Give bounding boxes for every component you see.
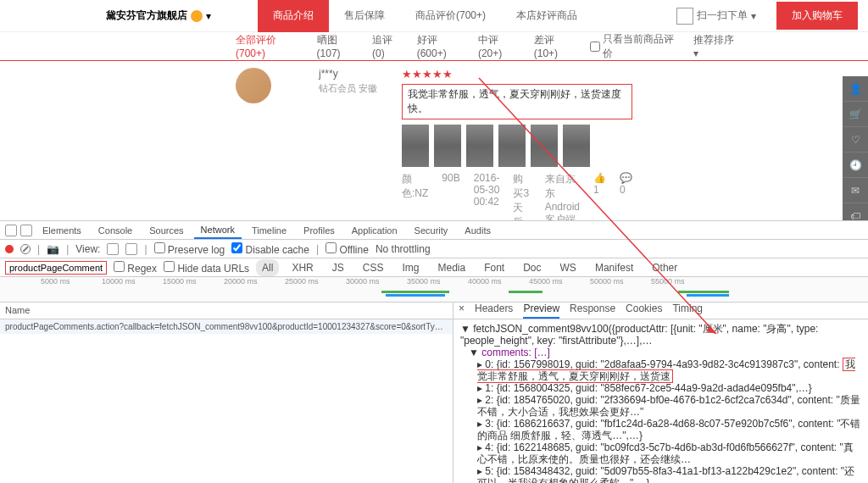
only-current-checkbox[interactable]: 只看当前商品评价 [590, 32, 682, 61]
disable-cache-checkbox[interactable]: Disable cache [231, 242, 309, 256]
tab-intro[interactable]: 商品介绍 [258, 0, 329, 32]
column-header[interactable]: Name [0, 303, 453, 319]
type-other[interactable]: Other [646, 259, 683, 276]
type-ws[interactable]: WS [554, 259, 582, 276]
type-js[interactable]: JS [326, 259, 350, 276]
thumb[interactable] [563, 125, 590, 167]
history-icon[interactable]: 🕘 [843, 153, 868, 178]
shop-badge-icon [191, 10, 203, 22]
shop-header: 黛安芬官方旗舰店 ▾ 商品介绍 售后保障 商品评价(700+) 本店好评商品 扫… [0, 0, 868, 32]
tab-console[interactable]: Console [92, 223, 139, 238]
type-xhr[interactable]: XHR [286, 259, 319, 276]
qr-icon [676, 8, 693, 25]
chevron-down-icon: ▾ [206, 10, 211, 22]
review-text: 我觉非常舒服，透气，夏天穿刚刚好，送货速度快。 [402, 84, 632, 119]
network-toolbar: | 📷 | View: | Preserve log Disable cache… [0, 240, 868, 258]
filter-followup[interactable]: 追评(0) [372, 33, 404, 59]
scan-label: 扫一扫下单 [697, 8, 748, 23]
review-thumbs [402, 125, 632, 167]
shop-name[interactable]: 黛安芬官方旗舰店 ▾ [106, 8, 211, 23]
heart-icon[interactable]: ♡ [843, 127, 868, 153]
throttle-select[interactable]: No throttling [376, 243, 431, 255]
filter-input[interactable] [5, 261, 107, 275]
tab-headers[interactable]: Headers [475, 303, 513, 319]
scan-order[interactable]: 扫一扫下单 ▾ [666, 8, 766, 25]
filter-good[interactable]: 好评(600+) [417, 33, 465, 59]
filter-mid[interactable]: 中评(20+) [478, 33, 521, 59]
thumb[interactable] [466, 125, 493, 167]
tab-network[interactable]: Network [194, 222, 242, 239]
star-rating: ★★★★★ [402, 68, 632, 80]
user-rank: 钻石会员 安徽 [319, 82, 387, 95]
inspect-icon[interactable] [5, 225, 17, 236]
tab-profiles[interactable]: Profiles [297, 223, 342, 238]
filter-bad[interactable]: 差评(10+) [534, 33, 577, 59]
devtools-panel: Elements Console Sources Network Timelin… [0, 220, 868, 483]
close-icon[interactable]: × [459, 303, 465, 319]
avatar [236, 68, 271, 103]
type-doc[interactable]: Doc [517, 259, 547, 276]
thumb[interactable] [434, 125, 461, 167]
tab-cookies[interactable]: Cookies [626, 303, 662, 319]
request-detail: × Headers Preview Response Cookies Timin… [453, 303, 868, 483]
user-name: j***y [319, 68, 387, 80]
tab-response[interactable]: Response [570, 303, 615, 319]
filter-all[interactable]: 全部评价(700+) [236, 33, 304, 59]
request-row[interactable]: productPageComments.action?callback=fetc… [0, 319, 453, 334]
tab-reviews[interactable]: 商品评价(700+) [400, 0, 501, 32]
offline-checkbox[interactable]: Offline [326, 242, 369, 256]
tab-service[interactable]: 售后保障 [329, 0, 400, 32]
network-filter-bar: Regex Hide data URLs All XHR JS CSS Img … [0, 258, 868, 277]
network-timeline[interactable]: 5000 ms 10000 ms 15000 ms 20000 ms 25000… [0, 277, 868, 303]
view-list-icon[interactable] [107, 243, 119, 255]
tab-sources[interactable]: Sources [142, 223, 190, 238]
tab-elements[interactable]: Elements [36, 223, 88, 238]
review-filter-bar: 全部评价(700+) 晒图(107) 追评(0) 好评(600+) 中评(20+… [0, 32, 868, 61]
cart-icon[interactable]: 🛒 [843, 102, 868, 127]
thumb[interactable] [531, 125, 558, 167]
request-list: Name productPageComments.action?callback… [0, 303, 453, 483]
tab-audits[interactable]: Audits [458, 223, 498, 238]
capture-icon[interactable]: 📷 [47, 243, 59, 255]
view-grid-icon[interactable] [125, 243, 137, 255]
devtools-tabs: Elements Console Sources Network Timelin… [0, 221, 868, 240]
type-manifest[interactable]: Manifest [589, 259, 639, 276]
chevron-down-icon: ▾ [751, 10, 756, 22]
thumb[interactable] [498, 125, 526, 167]
tab-timing[interactable]: Timing [672, 303, 703, 319]
tab-security[interactable]: Security [408, 223, 455, 238]
preserve-log-checkbox[interactable]: Preserve log [154, 242, 225, 256]
tab-timeline[interactable]: Timeline [245, 223, 293, 238]
shop-name-text: 黛安芬官方旗舰店 [106, 8, 187, 23]
record-icon[interactable] [5, 245, 14, 253]
sort-dropdown[interactable]: 推荐排序 ▾ [693, 33, 741, 59]
type-font[interactable]: Font [478, 259, 510, 276]
regex-checkbox[interactable]: Regex [114, 261, 157, 275]
device-icon[interactable] [20, 225, 32, 236]
thumb[interactable] [402, 125, 429, 167]
type-media[interactable]: Media [432, 259, 472, 276]
user-icon[interactable]: 👤 [843, 76, 868, 102]
add-to-cart-button[interactable]: 加入购物车 [776, 2, 858, 30]
tab-preview[interactable]: Preview [523, 303, 559, 319]
tab-application[interactable]: Application [345, 223, 404, 238]
type-css[interactable]: CSS [357, 259, 390, 276]
filter-photos[interactable]: 晒图(107) [317, 33, 360, 59]
message-icon[interactable]: ✉ [843, 178, 868, 203]
type-img[interactable]: Img [396, 259, 425, 276]
clear-icon[interactable] [20, 244, 31, 254]
checkbox-icon[interactable] [590, 42, 600, 52]
json-preview[interactable]: ▼ fetchJSON_comment98vv100({productAttr:… [453, 319, 868, 483]
tab-goods[interactable]: 本店好评商品 [501, 0, 593, 32]
hide-urls-checkbox[interactable]: Hide data URLs [164, 261, 249, 275]
type-all[interactable]: All [256, 259, 279, 276]
